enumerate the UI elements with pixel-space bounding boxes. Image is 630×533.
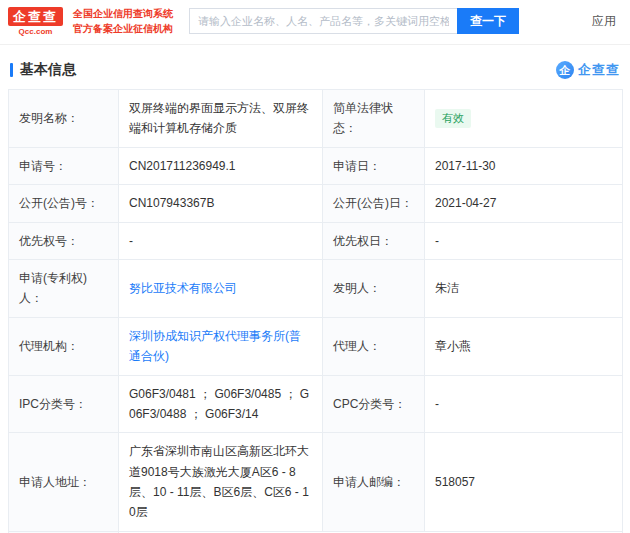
field-label-inventor: 发明人：	[323, 259, 425, 317]
field-value-legal-status: 有效	[425, 90, 623, 148]
search-input[interactable]	[189, 8, 457, 34]
field-value-application-no: CN201711236949.1	[119, 147, 323, 184]
search-button[interactable]: 查一下	[457, 8, 519, 34]
applicant-link[interactable]: 努比亚技术有限公司	[129, 281, 237, 295]
table-row-applicant: 申请(专利权)人： 努比亚技术有限公司 发明人： 朱洁	[9, 259, 623, 317]
status-badge: 有效	[435, 109, 471, 128]
qcc-watermark: 企 企查查	[556, 61, 620, 79]
field-value-application-date: 2017-11-30	[425, 147, 623, 184]
app-link[interactable]: 应用	[592, 13, 616, 30]
table-row-agency: 代理机构： 深圳协成知识产权代理事务所(普通合伙) 代理人： 章小燕	[9, 317, 623, 375]
field-value-agent: 章小燕	[425, 317, 623, 375]
field-value-inventor: 朱洁	[425, 259, 623, 317]
field-value-agency: 深圳协成知识产权代理事务所(普通合伙)	[119, 317, 323, 375]
field-label-cpc: CPC分类号：	[323, 375, 425, 433]
field-value-ipc: G06F3/0481 ； G06F3/0485 ； G06F3/0488 ； G…	[119, 375, 323, 433]
qcc-logo-mark: 企查查	[8, 7, 63, 26]
field-label-applicant: 申请(专利权)人：	[9, 259, 119, 317]
patent-detail-page: 企查查 Qcc.com 全国企业信用查询系统 官方备案企业征信机构 查一下 应用…	[0, 0, 630, 533]
field-value-address: 广东省深圳市南山区高新区北环大道9018号大族激光大厦A区6 - 8层、10 -…	[119, 433, 323, 532]
top-header: 企查查 Qcc.com 全国企业信用查询系统 官方备案企业征信机构 查一下 应用	[0, 0, 630, 45]
section-accent-bar	[10, 63, 13, 77]
field-label-legal-status: 简单法律状态：	[323, 90, 425, 148]
table-row-publication-no: 公开(公告)号： CN107943367B 公开(公告)日： 2021-04-2…	[9, 185, 623, 222]
field-label-agency: 代理机构：	[9, 317, 119, 375]
field-label-publication-date: 公开(公告)日：	[323, 185, 425, 222]
section-title-wrap: 基本信息	[10, 61, 76, 79]
field-label-publication-no: 公开(公告)号：	[9, 185, 119, 222]
field-value-cpc: -	[425, 375, 623, 433]
qcc-watermark-text: 企查查	[578, 61, 620, 79]
field-label-priority-no: 优先权号：	[9, 222, 119, 259]
field-value-priority-date: -	[425, 222, 623, 259]
slogan-line-1: 全国企业信用查询系统	[73, 6, 173, 21]
header-slogan: 全国企业信用查询系统 官方备案企业征信机构	[73, 6, 173, 36]
section-header: 基本信息 企 企查查	[0, 45, 630, 89]
field-value-applicant: 努比亚技术有限公司	[119, 259, 323, 317]
field-label-priority-date: 优先权日：	[323, 222, 425, 259]
section-title: 基本信息	[20, 61, 76, 79]
table-row-application-no: 申请号： CN201711236949.1 申请日： 2017-11-30	[9, 147, 623, 184]
slogan-line-2: 官方备案企业征信机构	[73, 21, 173, 36]
field-label-application-no: 申请号：	[9, 147, 119, 184]
field-label-zipcode: 申请人邮编：	[323, 433, 425, 532]
field-value-priority-no: -	[119, 222, 323, 259]
table-row-priority-no: 优先权号： - 优先权日： -	[9, 222, 623, 259]
field-label-agent: 代理人：	[323, 317, 425, 375]
field-label-invention-name: 发明名称：	[9, 90, 119, 148]
patent-info-table: 发明名称： 双屏终端的界面显示方法、双屏终端和计算机存储介质 简单法律状态： 有…	[8, 89, 623, 533]
table-row-invention-name: 发明名称： 双屏终端的界面显示方法、双屏终端和计算机存储介质 简单法律状态： 有…	[9, 90, 623, 148]
table-row-ipc: IPC分类号： G06F3/0481 ； G06F3/0485 ； G06F3/…	[9, 375, 623, 433]
field-value-publication-no: CN107943367B	[119, 185, 323, 222]
field-label-application-date: 申请日：	[323, 147, 425, 184]
field-label-ipc: IPC分类号：	[9, 375, 119, 433]
qcc-logo-domain: Qcc.com	[19, 28, 53, 36]
field-value-publication-date: 2021-04-27	[425, 185, 623, 222]
table-row-address: 申请人地址： 广东省深圳市南山区高新区北环大道9018号大族激光大厦A区6 - …	[9, 433, 623, 532]
field-value-invention-name: 双屏终端的界面显示方法、双屏终端和计算机存储介质	[119, 90, 323, 148]
field-label-address: 申请人地址：	[9, 433, 119, 532]
agency-link[interactable]: 深圳协成知识产权代理事务所(普通合伙)	[129, 329, 301, 363]
field-value-zipcode: 518057	[425, 433, 623, 532]
search-bar: 查一下	[189, 8, 519, 34]
qcc-watermark-icon: 企	[556, 61, 574, 79]
qcc-logo[interactable]: 企查查 Qcc.com	[8, 7, 63, 36]
